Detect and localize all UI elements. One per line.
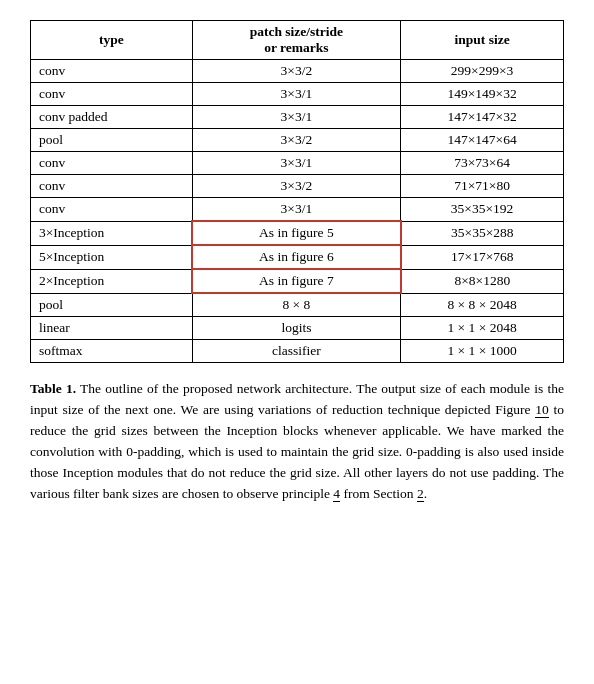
caption-text4: .: [424, 486, 427, 501]
table-row: conv3×3/271×71×80: [31, 175, 564, 198]
table-caption: Table 1. The outline of the proposed net…: [30, 379, 564, 505]
cell-patch: As in figure 7: [192, 269, 400, 293]
cell-type: pool: [31, 129, 193, 152]
cell-type: conv: [31, 175, 193, 198]
cell-input: 299×299×3: [401, 60, 564, 83]
patch-header-main: patch size/stride: [250, 24, 343, 39]
cell-type: 2×Inception: [31, 269, 193, 293]
cell-input: 73×73×64: [401, 152, 564, 175]
cell-patch: 3×3/1: [192, 106, 400, 129]
caption-text1: The outline of the proposed network arch…: [30, 381, 564, 417]
cell-input: 1 × 1 × 2048: [401, 317, 564, 340]
cell-input: 71×71×80: [401, 175, 564, 198]
ref-10[interactable]: 10: [535, 402, 549, 418]
cell-type: 5×Inception: [31, 245, 193, 269]
cell-type: linear: [31, 317, 193, 340]
col-header-input: input size: [401, 21, 564, 60]
cell-type: conv: [31, 198, 193, 222]
cell-patch: 3×3/1: [192, 198, 400, 222]
cell-input: 147×147×64: [401, 129, 564, 152]
cell-type: conv padded: [31, 106, 193, 129]
table-row: conv3×3/2299×299×3: [31, 60, 564, 83]
cell-patch: 3×3/2: [192, 60, 400, 83]
cell-input: 149×149×32: [401, 83, 564, 106]
caption-text3: from Section: [340, 486, 417, 501]
cell-patch: 3×3/2: [192, 129, 400, 152]
cell-type: softmax: [31, 340, 193, 363]
table-row: softmaxclassifier1 × 1 × 1000: [31, 340, 564, 363]
cell-patch: 3×3/1: [192, 83, 400, 106]
patch-header-sub: or remarks: [264, 40, 328, 55]
ref-2[interactable]: 2: [417, 486, 424, 502]
cell-patch: As in figure 6: [192, 245, 400, 269]
table-row: conv3×3/135×35×192: [31, 198, 564, 222]
cell-type: 3×Inception: [31, 221, 193, 245]
cell-patch: 8 × 8: [192, 293, 400, 317]
cell-patch: 3×3/1: [192, 152, 400, 175]
cell-input: 1 × 1 × 1000: [401, 340, 564, 363]
table-row: 3×InceptionAs in figure 535×35×288: [31, 221, 564, 245]
cell-input: 17×17×768: [401, 245, 564, 269]
table-row: conv padded3×3/1147×147×32: [31, 106, 564, 129]
cell-type: conv: [31, 152, 193, 175]
table-row: 5×InceptionAs in figure 617×17×768: [31, 245, 564, 269]
architecture-table: type patch size/stride or remarks input …: [30, 20, 564, 363]
cell-patch: As in figure 5: [192, 221, 400, 245]
col-header-type: type: [31, 21, 193, 60]
col-header-patch: patch size/stride or remarks: [192, 21, 400, 60]
cell-input: 35×35×192: [401, 198, 564, 222]
cell-patch: 3×3/2: [192, 175, 400, 198]
cell-input: 8×8×1280: [401, 269, 564, 293]
cell-type: conv: [31, 83, 193, 106]
cell-patch: logits: [192, 317, 400, 340]
cell-type: conv: [31, 60, 193, 83]
cell-type: pool: [31, 293, 193, 317]
network-table: type patch size/stride or remarks input …: [30, 20, 564, 363]
caption-label: Table 1.: [30, 381, 76, 396]
cell-input: 8 × 8 × 2048: [401, 293, 564, 317]
table-row: 2×InceptionAs in figure 78×8×1280: [31, 269, 564, 293]
cell-input: 35×35×288: [401, 221, 564, 245]
table-row: conv3×3/173×73×64: [31, 152, 564, 175]
cell-input: 147×147×32: [401, 106, 564, 129]
table-row: pool3×3/2147×147×64: [31, 129, 564, 152]
table-row: conv3×3/1149×149×32: [31, 83, 564, 106]
table-row: pool8 × 88 × 8 × 2048: [31, 293, 564, 317]
table-row: linearlogits1 × 1 × 2048: [31, 317, 564, 340]
cell-patch: classifier: [192, 340, 400, 363]
